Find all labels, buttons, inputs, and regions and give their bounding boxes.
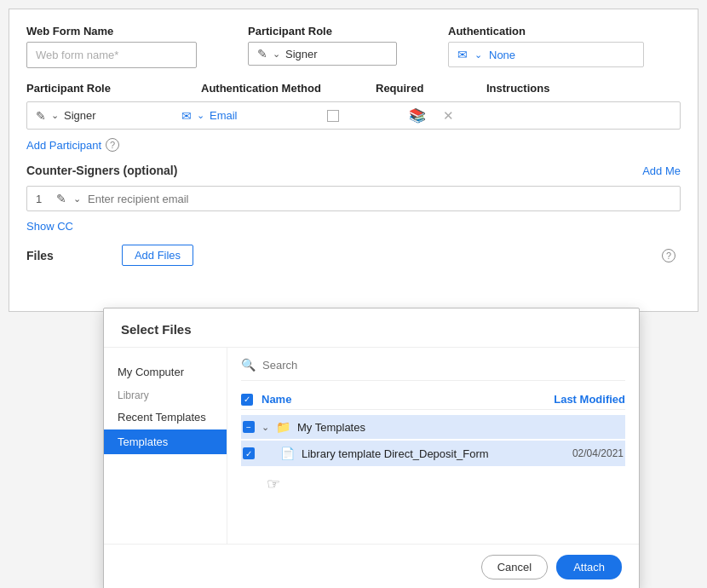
chevron-down-icon-top: ⌄ xyxy=(273,49,280,60)
participant-role-value-row: Signer xyxy=(64,109,96,122)
date-column-header: Last Modified xyxy=(549,393,625,406)
modal-content: 🔍 ✓ Name Last Modified − ⌄ 📁 My Template… xyxy=(227,348,639,544)
authentication-label: Authentication xyxy=(448,25,644,37)
files-title: Files xyxy=(26,249,54,262)
pen-icon-row: ✎ xyxy=(36,109,46,123)
auth-none-value: None xyxy=(489,49,515,61)
required-col-label: Required xyxy=(376,82,444,95)
file-name: Library template Direct_Deposit_Form xyxy=(302,447,549,460)
attach-button[interactable]: Attach xyxy=(556,555,622,579)
add-participant-label: Add Participant xyxy=(26,139,101,152)
chevron-method: ⌄ xyxy=(197,110,204,121)
help-icon[interactable]: ? xyxy=(106,138,119,152)
participant-role-select-top[interactable]: ✎ ⌄ Signer xyxy=(248,42,397,66)
show-cc-link[interactable]: Show CC xyxy=(26,220,681,233)
modal-sidebar: My Computer Library Recent Templates Tem… xyxy=(104,348,227,544)
sidebar-item-recent-templates[interactable]: Recent Templates xyxy=(104,405,227,429)
folder-row[interactable]: − ⌄ 📁 My Templates xyxy=(241,415,625,439)
instructions-book-icon[interactable]: 📚 xyxy=(409,107,426,124)
counter-signers-title: Counter-Signers (optional) xyxy=(26,164,177,177)
counter-signers-section: Counter-Signers (optional) Add Me xyxy=(26,164,681,177)
participant-role-col-label: Participant Role xyxy=(26,82,158,95)
auth-method-dropdown[interactable]: ✉ ⌄ Email xyxy=(181,109,313,123)
web-form-name-input[interactable] xyxy=(26,42,197,68)
chevron-role-row[interactable]: ⌄ xyxy=(51,110,59,121)
select-all-checkbox[interactable]: ✓ xyxy=(241,394,253,406)
required-checkbox[interactable] xyxy=(327,110,339,122)
pen-icon-recipient: ✎ xyxy=(56,192,66,205)
recipient-number: 1 xyxy=(36,193,49,205)
sidebar-item-templates[interactable]: Templates xyxy=(104,429,227,454)
select-files-modal: Select Files My Computer Library Recent … xyxy=(103,308,640,588)
search-input[interactable] xyxy=(262,359,625,372)
participant-role-value-top: Signer xyxy=(285,48,318,61)
search-icon: 🔍 xyxy=(241,358,256,372)
recipient-row: 1 ✎ ⌄ xyxy=(26,186,681,211)
sidebar-item-my-computer[interactable]: My Computer xyxy=(104,360,227,384)
chevron-recipient[interactable]: ⌄ xyxy=(73,193,81,205)
chevron-auth[interactable]: ⌄ xyxy=(474,49,482,61)
file-date: 02/04/2021 xyxy=(555,447,624,459)
instructions-col-label: Instructions xyxy=(486,82,549,95)
recipient-email-input[interactable] xyxy=(88,193,671,205)
email-icon-method: ✉ xyxy=(181,109,192,123)
name-column-header: Name xyxy=(262,393,540,406)
add-me-link[interactable]: Add Me xyxy=(642,164,681,177)
files-help-icon[interactable]: ? xyxy=(662,249,675,262)
file-doc-icon: 📄 xyxy=(280,447,295,460)
folder-name: My Templates xyxy=(297,421,624,434)
folder-checkbox[interactable]: − xyxy=(243,421,255,433)
folder-expand-icon[interactable]: ⌄ xyxy=(262,422,269,433)
auth-method-col-label: Authentication Method xyxy=(201,82,333,95)
file-item-row[interactable]: ✓ 📄 Library template Direct_Deposit_Form… xyxy=(241,441,625,466)
folder-icon: 📁 xyxy=(276,420,290,434)
pen-icon-top: ✎ xyxy=(257,47,267,61)
cursor-hint: ☞ xyxy=(241,466,625,493)
remove-participant-icon[interactable]: ✕ xyxy=(443,108,454,124)
file-checkbox[interactable]: ✓ xyxy=(243,447,255,459)
modal-title: Select Files xyxy=(104,308,639,348)
participant-role-label-top: Participant Role xyxy=(248,25,397,37)
email-icon-auth: ✉ xyxy=(457,48,468,61)
add-participant-link[interactable]: Add Participant ? xyxy=(26,138,681,152)
web-form-name-label: Web Form Name xyxy=(26,25,197,37)
add-files-button[interactable]: Add Files xyxy=(122,245,193,266)
cancel-button[interactable]: Cancel xyxy=(481,555,548,579)
auth-method-value: Email xyxy=(210,109,238,122)
sidebar-library-label: Library xyxy=(104,384,227,405)
